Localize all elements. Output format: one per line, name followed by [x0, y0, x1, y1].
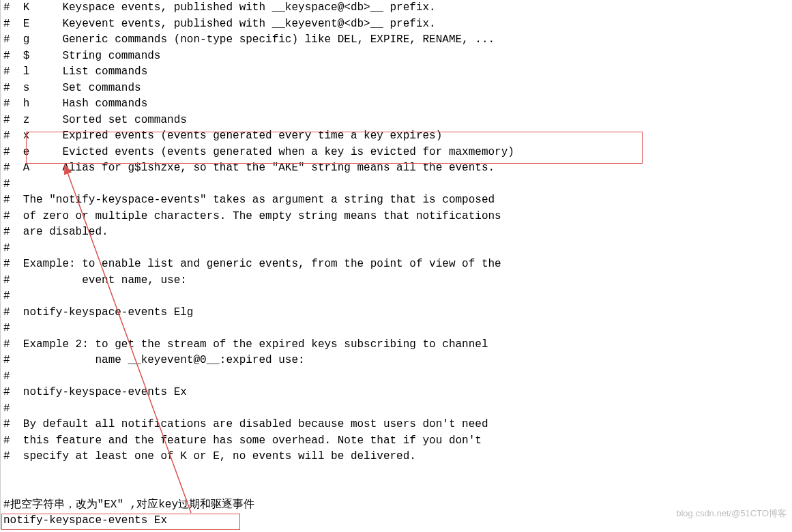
config-line: # Example: to enable list and generic ev…	[3, 256, 791, 273]
config-line: #	[3, 369, 791, 385]
config-line: # A Alias for g$lshzxe, so that the "AKE…	[3, 160, 791, 177]
config-line: # E Keyevent events, published with __ke…	[3, 16, 791, 33]
config-line: #	[3, 177, 791, 193]
config-file-content: # K Keyspace events, published with __ke…	[0, 0, 791, 529]
config-line: # The "notify-keyspace-events" takes as …	[3, 192, 791, 209]
config-line: #	[3, 289, 791, 305]
config-line: # x Expired events (events generated eve…	[3, 128, 791, 145]
config-line: # this feature and the feature has some …	[3, 433, 791, 449]
config-line: # h Hash commands	[3, 96, 791, 113]
config-line: # g Generic commands (non-type specific)…	[3, 32, 791, 48]
config-line: # notify-keyspace-events Ex	[3, 385, 791, 401]
config-line	[3, 481, 791, 497]
config-line: # By default all notifications are disab…	[3, 417, 791, 433]
config-line: # of zero or multiple characters. The em…	[3, 209, 791, 225]
config-line-comment-cn: #把空字符串，改为"EX" ,对应key过期和驱逐事件	[3, 497, 791, 514]
config-line: # l List commands	[3, 64, 791, 80]
config-line: # s Set commands	[3, 80, 791, 97]
config-line	[3, 465, 791, 482]
config-line: # specify at least one of K or E, no eve…	[3, 449, 791, 465]
config-line: # K Keyspace events, published with __ke…	[3, 0, 791, 16]
config-line: #	[3, 241, 791, 257]
config-line: # name __keyevent@0__:expired use:	[3, 353, 791, 369]
config-line-setting: notify-keyspace-events Ex	[3, 513, 791, 529]
config-line: # e Evicted events (events generated whe…	[3, 145, 791, 161]
config-line: # are disabled.	[3, 224, 791, 241]
config-line: # notify-keyspace-events Elg	[3, 305, 791, 321]
config-line: # z Sorted set commands	[3, 113, 791, 129]
config-line: # Example 2: to get the stream of the ex…	[3, 337, 791, 353]
config-line: #	[3, 321, 791, 337]
config-line: # $ String commands	[3, 48, 791, 65]
config-line: # event name, use:	[3, 273, 791, 289]
config-line: #	[3, 401, 791, 417]
